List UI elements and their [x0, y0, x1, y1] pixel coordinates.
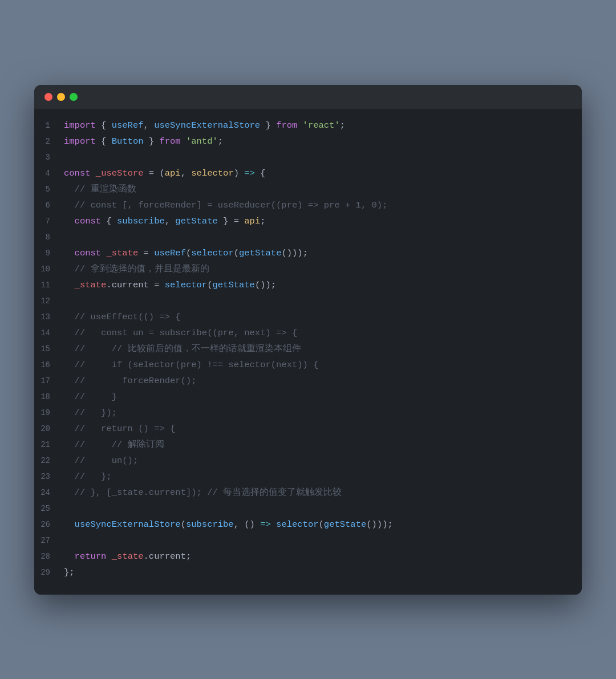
code-line: 6 // const [, forceRender] = useReducer(…	[34, 198, 582, 214]
token-plain: ()));	[366, 519, 393, 530]
code-content: // // 比较前后的值，不一样的话就重渲染本组件	[64, 342, 582, 356]
code-line: 7 const { subscribe, getState } = api;	[34, 214, 582, 230]
token-comment: // 重渲染函数	[64, 184, 136, 194]
token-fn: subscribe	[186, 519, 234, 530]
line-number: 28	[34, 550, 64, 563]
token-plain	[64, 248, 75, 258]
token-comment: // };	[64, 471, 112, 482]
code-content: // return () => {	[64, 422, 582, 436]
token-comment: // useEffect(() => {	[64, 312, 181, 322]
code-line: 28 return _state.current;	[34, 549, 582, 565]
token-fn: selector	[191, 248, 233, 258]
code-line: 5 // 重渲染函数	[34, 182, 582, 198]
code-line: 22 // un();	[34, 453, 582, 469]
token-fn: getState	[239, 248, 281, 258]
token-str: 'antd'	[186, 136, 218, 147]
line-number: 13	[34, 311, 64, 323]
code-line: 12	[34, 294, 582, 310]
token-comment: // const [, forceRender] = useReducer((p…	[64, 200, 387, 210]
token-plain: ,	[165, 216, 176, 226]
code-content	[64, 502, 582, 516]
token-plain: ;	[340, 120, 345, 131]
token-param: api	[244, 216, 260, 226]
token-plain	[91, 168, 96, 178]
line-number: 8	[34, 231, 64, 243]
token-var: _state	[106, 248, 138, 258]
token-comment: // }, [_state.current]); // 每当选择的值变了就触发比…	[64, 487, 342, 498]
token-comment: // 拿到选择的值，并且是最新的	[64, 264, 209, 274]
line-number: 5	[34, 183, 64, 196]
line-number: 24	[34, 486, 64, 499]
token-comment: // // 解除订阅	[64, 440, 164, 450]
token-plain	[106, 551, 111, 562]
token-fn: getState	[212, 280, 254, 290]
close-button[interactable]	[44, 93, 52, 101]
code-content: // // 解除订阅	[64, 438, 582, 452]
token-plain: ());	[255, 280, 276, 290]
code-line: 4const _useStore = (api, selector) => {	[34, 166, 582, 182]
token-plain: ;	[260, 216, 265, 226]
code-content: // 拿到选择的值，并且是最新的	[64, 262, 582, 277]
code-content: const _state = useRef(selector(getState(…	[64, 246, 582, 261]
minimize-button[interactable]	[57, 93, 65, 101]
line-number: 17	[34, 375, 64, 387]
token-from-kw: from	[159, 136, 180, 147]
code-line: 13 // useEffect(() => {	[34, 310, 582, 326]
token-var: _state	[112, 551, 144, 562]
token-plain	[64, 280, 75, 290]
token-comment: // forceRender();	[64, 376, 197, 386]
token-fn: Button	[112, 136, 144, 147]
line-number: 3	[34, 151, 64, 164]
token-plain	[64, 519, 75, 530]
token-kw: const	[64, 168, 91, 178]
code-content	[64, 151, 582, 165]
code-line: 21 // // 解除订阅	[34, 437, 582, 453]
line-number: 21	[34, 438, 64, 451]
token-fn: getState	[324, 519, 366, 530]
token-plain: ,	[144, 120, 155, 131]
code-content: // }	[64, 390, 582, 404]
token-plain	[64, 551, 75, 562]
code-line: 16 // if (selector(pre) !== selector(nex…	[34, 357, 582, 373]
token-comment: // // 比较前后的值，不一样的话就重渲染本组件	[64, 344, 301, 354]
token-plain: =	[138, 248, 154, 258]
line-number: 16	[34, 359, 64, 371]
token-comment: // un();	[64, 456, 138, 466]
code-content: // const un = subscribe((pre, next) => {	[64, 326, 582, 340]
token-fn: getState	[175, 216, 217, 226]
token-fn: subscribe	[117, 216, 165, 226]
code-content: // };	[64, 470, 582, 484]
token-op: =>	[260, 519, 271, 530]
token-kw: const	[75, 216, 102, 226]
code-content: // useEffect(() => {	[64, 310, 582, 324]
code-line: 10 // 拿到选择的值，并且是最新的	[34, 262, 582, 278]
token-fn: useRef	[112, 120, 144, 131]
token-plain: (	[319, 519, 324, 530]
line-number: 12	[34, 295, 64, 307]
code-line: 8	[34, 230, 582, 246]
token-plain: )	[234, 168, 245, 178]
line-number: 20	[34, 422, 64, 435]
line-number: 19	[34, 406, 64, 419]
code-content: // const [, forceRender] = useReducer((p…	[64, 198, 582, 213]
maximize-button[interactable]	[70, 93, 78, 101]
code-content	[64, 534, 582, 548]
token-kw: const	[75, 248, 102, 258]
code-editor: 1import { useRef, useSyncExternalStore }…	[34, 109, 582, 595]
token-plain	[181, 136, 186, 147]
code-content: // if (selector(pre) !== selector(next))…	[64, 358, 582, 372]
line-number: 2	[34, 135, 64, 148]
token-plain: (	[186, 248, 191, 258]
token-plain	[271, 519, 276, 530]
code-line: 26 useSyncExternalStore(subscribe, () =>…	[34, 517, 582, 533]
code-content: const _useStore = (api, selector) => {	[64, 166, 582, 181]
code-line: 17 // forceRender();	[34, 373, 582, 389]
token-fn: selector	[276, 519, 318, 530]
code-line: 14 // const un = subscribe((pre, next) =…	[34, 326, 582, 341]
code-content	[64, 294, 582, 308]
code-content: import { Button } from 'antd';	[64, 135, 582, 149]
line-number: 25	[34, 502, 64, 515]
code-line: 15 // // 比较前后的值，不一样的话就重渲染本组件	[34, 341, 582, 357]
code-content: import { useRef, useSyncExternalStore } …	[64, 119, 582, 133]
code-line: 29};	[34, 565, 582, 581]
